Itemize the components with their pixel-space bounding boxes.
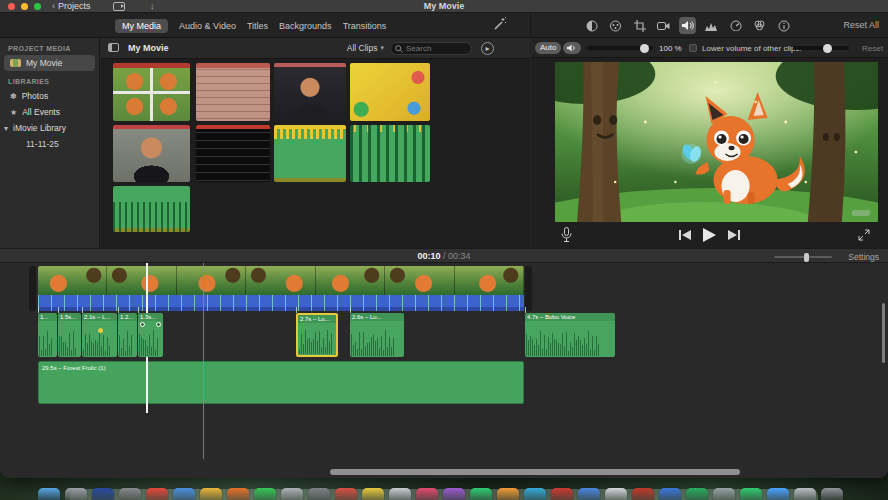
media-clip-audio-clip[interactable] [113,186,190,232]
auto-volume-button[interactable]: Auto [535,42,561,54]
lower-volume-knob[interactable] [823,44,832,53]
volume-keyframe-dot[interactable] [98,328,103,333]
dock-app-icon[interactable] [578,488,600,500]
media-clip-audio-yellow[interactable] [274,125,346,182]
volume-tool-icon[interactable] [679,17,696,34]
dock-app-icon[interactable] [200,488,222,500]
media-clip-webcam2[interactable] [113,125,190,182]
vertical-scrollbar[interactable] [882,303,885,363]
noise-reduction-icon[interactable] [703,17,720,34]
next-frame-button[interactable] [728,230,740,240]
clip-filter-icon[interactable] [751,17,768,34]
play-filtered-icon[interactable]: ▸ [481,42,494,55]
music-clip[interactable]: 29.5s – Forest Frolic (1) [38,361,524,404]
volume-slider-knob[interactable] [640,44,649,53]
dock-app-icon[interactable] [254,488,276,500]
dock-app-icon[interactable] [335,488,357,500]
dock-app-icon[interactable] [38,488,60,500]
previous-frame-button[interactable] [679,230,691,240]
dock-app-icon[interactable] [551,488,573,500]
sound-clip-1-5s[interactable]: 1.5s... [58,313,81,357]
dock-app-icon[interactable] [389,488,411,500]
sidebar-item-my-movie[interactable]: My Movie [4,55,95,71]
dock-app-icon[interactable] [65,488,87,500]
sound-clip-2-7s-lu[interactable]: 2.7s – Lu... [296,313,338,357]
sidebar-toggle-icon[interactable] [108,43,119,52]
tab-transitions[interactable]: Transitions [343,21,387,31]
tab-my-media[interactable]: My Media [115,19,168,33]
fade-handle[interactable] [156,322,161,327]
dock-app-icon[interactable] [173,488,195,500]
media-clip-document[interactable] [196,63,270,121]
sound-clip-1-2[interactable]: 1.2... [118,313,137,357]
timeline-settings-button[interactable]: Settings [848,252,879,262]
clip-trim-handle-left[interactable] [29,266,36,311]
dock-app-icon[interactable] [308,488,330,500]
dock-app-icon[interactable] [497,488,519,500]
info-icon[interactable] [775,17,792,34]
color-balance-icon[interactable] [583,17,600,34]
tab-titles[interactable]: Titles [247,21,268,31]
dock-app-icon[interactable] [821,488,843,500]
dock-app-icon[interactable] [146,488,168,500]
dock-app-icon[interactable] [659,488,681,500]
play-button[interactable] [703,228,716,242]
dock-app-icon[interactable] [740,488,762,500]
dock-app-icon[interactable] [524,488,546,500]
timeline-zoom-slider[interactable] [774,256,832,258]
media-clip-screenshot-grid[interactable] [113,63,190,121]
media-clip-promo[interactable] [350,63,430,121]
lower-volume-checkbox[interactable] [689,44,697,52]
sound-clip-2-6s-lu[interactable]: 2.6s – Lu... [350,313,404,357]
dock-app-icon[interactable] [281,488,303,500]
media-clip-terminal[interactable] [196,125,270,182]
sound-clip-2-1s-l[interactable]: 2.1s – L... [82,313,117,357]
crop-icon[interactable] [631,17,648,34]
auto-enhance-wand-icon[interactable] [492,17,509,34]
video-filmstrip[interactable] [38,266,524,295]
clip-volume-slider[interactable] [587,46,653,50]
clip-trim-handle-right[interactable] [525,266,532,311]
media-clip-audio-spikes[interactable] [350,125,430,182]
dock-app-icon[interactable] [227,488,249,500]
stabilization-icon[interactable] [655,17,672,34]
sidebar-item-photos[interactable]: ✽ Photos [0,88,99,104]
dock-app-icon[interactable] [713,488,735,500]
speed-icon[interactable] [727,17,744,34]
dock-app-icon[interactable] [470,488,492,500]
dock-app-icon[interactable] [767,488,789,500]
dock-app-icon[interactable] [443,488,465,500]
sidebar-item-imovie-library[interactable]: ▾ iMovie Library [0,120,99,136]
mute-button[interactable] [563,42,581,54]
fade-handle[interactable] [140,322,145,327]
sound-clip-4-7s-bobo-voice[interactable]: 4.7s – Bobo Voice [525,313,615,357]
tab-backgrounds[interactable]: Backgrounds [279,21,332,31]
search-field[interactable] [390,42,472,55]
reset-all-button[interactable]: Reset All [843,20,879,30]
tab-audio-video[interactable]: Audio & Video [179,21,236,31]
dock-app-icon[interactable] [119,488,141,500]
dock-app-icon[interactable] [632,488,654,500]
dock-app-icon[interactable] [362,488,384,500]
sound-clip-1-3s[interactable]: 1.3s... [138,313,163,357]
search-input[interactable] [406,44,466,53]
sidebar-item-all-events[interactable]: ★ All Events [0,104,99,120]
lower-volume-slider[interactable] [793,46,849,50]
dock-app-icon[interactable] [92,488,114,500]
zoom-slider-knob[interactable] [804,253,809,262]
sound-clip-1[interactable]: 1... [38,313,57,357]
reset-volume-button[interactable]: Reset [862,44,883,53]
dock-app-icon[interactable] [605,488,627,500]
sidebar-item-event-date[interactable]: 11-11-25 [0,136,99,152]
dock-app-icon[interactable] [416,488,438,500]
dock-app-icon[interactable] [686,488,708,500]
fullscreen-icon[interactable] [858,229,870,241]
horizontal-scrollbar[interactable] [330,469,740,475]
color-correction-icon[interactable] [607,17,624,34]
video-audio-waveform[interactable] [38,295,524,311]
filmstrip-frame [38,266,107,295]
media-clip-webcam[interactable] [274,63,346,121]
chevron-down-icon[interactable]: ▾ [4,124,8,133]
clip-filter-dropdown[interactable]: All Clips ▾ [347,43,384,53]
dock-app-icon[interactable] [794,488,816,500]
